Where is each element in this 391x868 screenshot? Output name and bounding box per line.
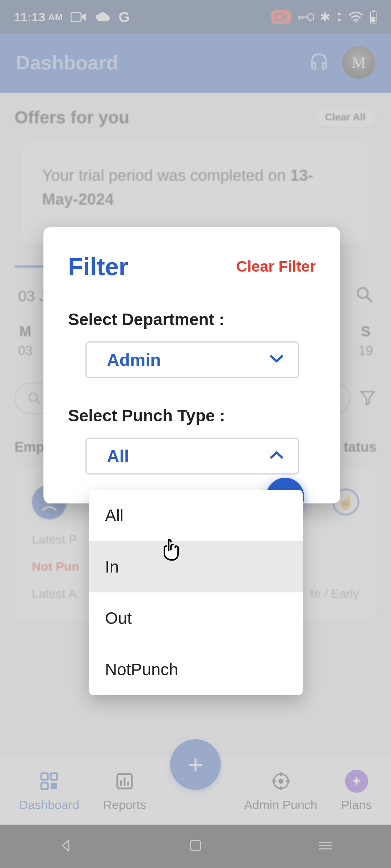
department-value: Admin: [107, 350, 161, 370]
dropdown-option-in[interactable]: In: [89, 541, 303, 592]
punch-type-value: All: [107, 446, 129, 466]
punch-type-dropdown: All In Out NotPunch: [89, 490, 303, 695]
dropdown-option-all[interactable]: All: [89, 490, 303, 541]
department-select[interactable]: Admin: [85, 341, 299, 378]
dropdown-option-notpunch[interactable]: NotPunch: [89, 644, 303, 695]
dropdown-option-out[interactable]: Out: [89, 592, 303, 644]
dialog-title: Filter: [68, 252, 128, 281]
chevron-down-icon: [269, 354, 284, 366]
punch-type-label: Select Punch Type :: [68, 406, 316, 425]
punch-type-select[interactable]: All: [85, 438, 299, 475]
clear-filter-button[interactable]: Clear Filter: [236, 258, 316, 275]
filter-dialog: Filter Clear Filter Select Department : …: [43, 227, 340, 503]
pointer-cursor-icon: [161, 537, 181, 564]
department-label: Select Department :: [68, 310, 316, 329]
chevron-up-icon: [269, 450, 284, 462]
